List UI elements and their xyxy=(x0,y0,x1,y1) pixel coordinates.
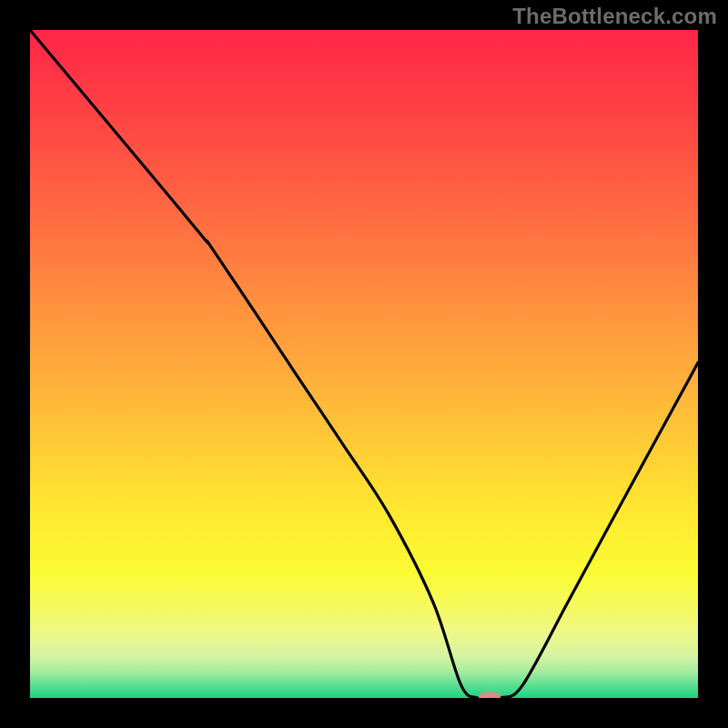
chart-svg xyxy=(30,30,698,698)
optimal-point-marker xyxy=(479,693,500,699)
chart-container: TheBottleneck.com xyxy=(0,0,728,728)
watermark-label: TheBottleneck.com xyxy=(512,4,717,29)
plot-area xyxy=(30,30,698,698)
gradient-background xyxy=(30,30,698,698)
